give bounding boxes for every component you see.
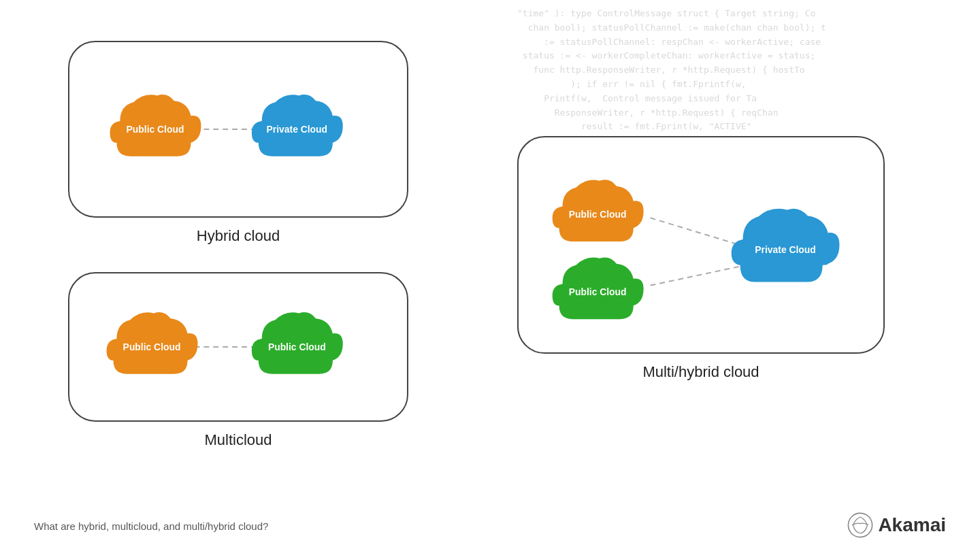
multicloud-diagram: Public Cloud Public Cloud Multicloud [68,272,408,449]
multicloud-title: Multicloud [204,431,272,449]
hybrid-cloud-svg: Public Cloud Private Cloud [69,41,407,218]
hybrid-cloud-title: Hybrid cloud [197,227,280,245]
main-content: Public Cloud Private Cloud Hybrid cloud … [0,0,980,551]
multicloud-svg: Public Cloud Public Cloud [69,272,407,422]
mh-public-cloud2-label: Public Cloud [569,286,627,297]
hybrid-cloud-diagram: Public Cloud Private Cloud Hybrid cloud [68,41,408,245]
multihybrid-svg: Public Cloud Public Cloud Private Cloud [519,136,883,354]
mh-private-cloud-label: Private Cloud [755,244,815,255]
multihybrid-title: Multi/hybrid cloud [642,363,759,381]
akamai-logo: Akamai [847,512,946,539]
hybrid-cloud-box: Public Cloud Private Cloud [68,41,408,218]
multihybrid-diagram: Public Cloud Public Cloud Private Cloud … [517,136,885,381]
bottom-description: What are hybrid, multicloud, and multi/h… [34,520,268,532]
hybrid-public-cloud-label: Public Cloud [127,124,184,135]
multi-public-cloud2-label: Public Cloud [268,341,326,352]
multicloud-box: Public Cloud Public Cloud [68,272,408,422]
mh-public-cloud1-label: Public Cloud [569,209,627,220]
multihybrid-box: Public Cloud Public Cloud Private Cloud [517,136,885,354]
akamai-logo-icon [847,512,874,539]
multi-public-cloud1-label: Public Cloud [123,341,181,352]
hybrid-private-cloud-label: Private Cloud [267,124,327,135]
akamai-logo-text: Akamai [878,514,946,536]
